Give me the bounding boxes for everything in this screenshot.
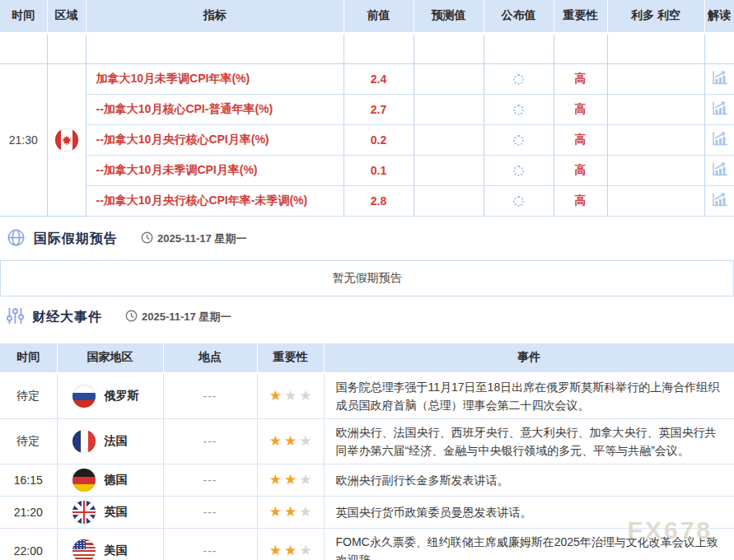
col-forecast: 预测值 xyxy=(414,0,484,33)
loading-spinner-icon xyxy=(513,135,524,146)
indicator-row: --加拿大10月核心CPI-普通年率(%)2.7高 xyxy=(0,94,734,124)
event-location: --- xyxy=(163,373,257,419)
bull-bear-cell xyxy=(607,185,704,216)
event-row: 21:20英国---★★★英国央行货币政策委员曼恩发表讲话。 xyxy=(0,496,734,528)
previous-value: 2.4 xyxy=(344,63,414,94)
star-icon: ★ xyxy=(284,504,297,520)
indicator-name[interactable]: --加拿大10月未季调CPI月率(%) xyxy=(86,155,344,185)
importance-stars: ★★★ xyxy=(257,528,324,560)
indicator-name[interactable]: --加拿大10月央行核心CPI月率(%) xyxy=(86,124,344,155)
holiday-empty-message: 暂无假期预告 xyxy=(333,271,402,286)
col-location: 地点 xyxy=(163,343,257,373)
previous-value: 2.7 xyxy=(344,94,414,124)
col-previous: 前值 xyxy=(344,0,414,33)
event-location: --- xyxy=(163,464,257,496)
event-description[interactable]: 欧洲央行副行长金多斯发表讲话。 xyxy=(324,464,734,496)
ru-flag-icon xyxy=(72,385,96,408)
event-time: 待定 xyxy=(0,373,57,419)
event-description[interactable]: 英国央行货币政策委员曼恩发表讲话。 xyxy=(324,496,734,528)
event-time: 16:15 xyxy=(0,464,57,496)
forecast-value xyxy=(414,63,484,94)
col-bull-bear: 利多 利空 xyxy=(607,0,704,33)
forecast-value xyxy=(414,155,484,185)
importance-value: 高 xyxy=(554,94,607,124)
forecast-value xyxy=(414,94,484,124)
event-row: 16:15德国---★★★欧洲央行副行长金多斯发表讲话。 xyxy=(0,464,734,496)
interpret-cell[interactable] xyxy=(704,94,734,124)
region-cell xyxy=(47,63,86,216)
country-cell: 法国 xyxy=(57,418,163,464)
indicator-table: 时间 区域 指标 前值 预测值 公布值 重要性 利多 利空 解读 21:30加拿… xyxy=(0,0,734,217)
country-name: 美国 xyxy=(105,544,128,558)
col-event-time: 时间 xyxy=(0,343,57,373)
globe-icon xyxy=(7,228,26,250)
chart-icon[interactable] xyxy=(711,197,728,210)
holiday-section-date: 2025-11-17 星期一 xyxy=(141,231,246,246)
indicator-row: --加拿大10月央行核心CPI月率(%)0.2高 xyxy=(0,124,734,155)
importance-stars: ★★★ xyxy=(257,464,324,496)
event-time: 22:00 xyxy=(0,528,57,560)
importance-value: 高 xyxy=(554,124,607,155)
chart-icon[interactable] xyxy=(711,166,728,180)
event-description[interactable]: 国务院总理李强于11月17日至18日出席在俄罗斯莫斯科举行的上海合作组织成员国政… xyxy=(324,373,734,419)
chart-icon[interactable] xyxy=(711,105,728,119)
indicator-name[interactable]: --加拿大10月核心CPI-普通年率(%) xyxy=(86,94,344,124)
country-name: 俄罗斯 xyxy=(105,389,139,404)
country-cell: 德国 xyxy=(57,464,163,496)
country-cell: 美国 xyxy=(57,528,163,560)
uk-flag-icon xyxy=(72,501,96,524)
interpret-cell[interactable] xyxy=(704,124,734,155)
importance-value: 高 xyxy=(554,155,607,185)
holiday-section-header: 国际假期预告 2025-11-17 星期一 xyxy=(0,228,734,250)
events-section-title: 财经大事件 xyxy=(32,309,102,326)
loading-spinner-icon xyxy=(513,74,524,85)
indicator-row: --加拿大10月央行核心CPI年率-未季调(%)2.8高 xyxy=(0,185,734,216)
interpret-cell[interactable] xyxy=(704,63,734,94)
events-section-date: 2025-11-17 星期一 xyxy=(125,310,231,324)
star-icon: ★ xyxy=(269,472,282,488)
events-table: 时间 国家地区 地点 重要性 事件 待定俄罗斯---★★★国务院总理李强于11月… xyxy=(0,343,734,560)
fr-flag-icon xyxy=(72,430,96,453)
event-description[interactable]: 欧洲央行、法国央行、西班牙央行、意大利央行、加拿大央行、英国央行共同举办第六届“… xyxy=(324,418,734,464)
clock-icon xyxy=(125,310,138,324)
event-row: 待定俄罗斯---★★★国务院总理李强于11月17日至18日出席在俄罗斯莫斯科举行… xyxy=(0,373,734,419)
events-section-header: 财经大事件 2025-11-17 星期一 xyxy=(0,306,734,329)
col-importance: 重要性 xyxy=(554,0,607,33)
event-location: --- xyxy=(163,418,257,464)
star-icon: ★ xyxy=(299,472,311,488)
country-name: 英国 xyxy=(105,505,128,520)
col-event-importance: 重要性 xyxy=(257,343,324,373)
indicator-name[interactable]: --加拿大10月央行核心CPI年率-未季调(%) xyxy=(86,185,344,216)
col-region: 区域 xyxy=(47,0,86,33)
star-icon: ★ xyxy=(299,433,311,449)
star-icon: ★ xyxy=(299,388,311,404)
published-value xyxy=(484,124,554,155)
event-location: --- xyxy=(163,528,257,560)
col-event: 事件 xyxy=(324,343,734,373)
importance-value: 高 xyxy=(554,63,607,94)
indicator-row: 21:30加拿大10月未季调CPI年率(%)2.4高 xyxy=(0,63,734,94)
us-flag-icon xyxy=(72,539,96,560)
clock-icon xyxy=(141,231,153,246)
published-value xyxy=(484,185,554,216)
published-value xyxy=(484,94,554,124)
event-description[interactable]: FOMC永久票委、纽约联储主席威廉姆斯在2025年治理与文化改革会议上致欢迎辞。 xyxy=(324,528,734,560)
loading-spinner-icon xyxy=(513,105,524,115)
event-time: 待定 xyxy=(0,418,57,464)
star-icon: ★ xyxy=(284,433,297,449)
de-flag-icon xyxy=(72,469,96,492)
canada-flag-icon xyxy=(55,128,78,152)
interpret-cell[interactable] xyxy=(704,185,734,216)
event-row: 22:00美国---★★★FOMC永久票委、纽约联储主席威廉姆斯在2025年治理… xyxy=(0,528,734,560)
star-icon: ★ xyxy=(269,543,282,558)
chart-icon[interactable] xyxy=(711,75,728,88)
event-location: --- xyxy=(163,496,257,528)
time-cell: 21:30 xyxy=(0,63,47,216)
star-icon: ★ xyxy=(299,504,311,520)
chart-icon[interactable] xyxy=(711,136,728,149)
bull-bear-cell xyxy=(607,155,704,185)
interpret-cell[interactable] xyxy=(704,155,734,185)
col-interpret: 解读 xyxy=(704,0,734,33)
indicator-name[interactable]: 加拿大10月未季调CPI年率(%) xyxy=(86,63,344,94)
bull-bear-cell xyxy=(607,94,704,124)
